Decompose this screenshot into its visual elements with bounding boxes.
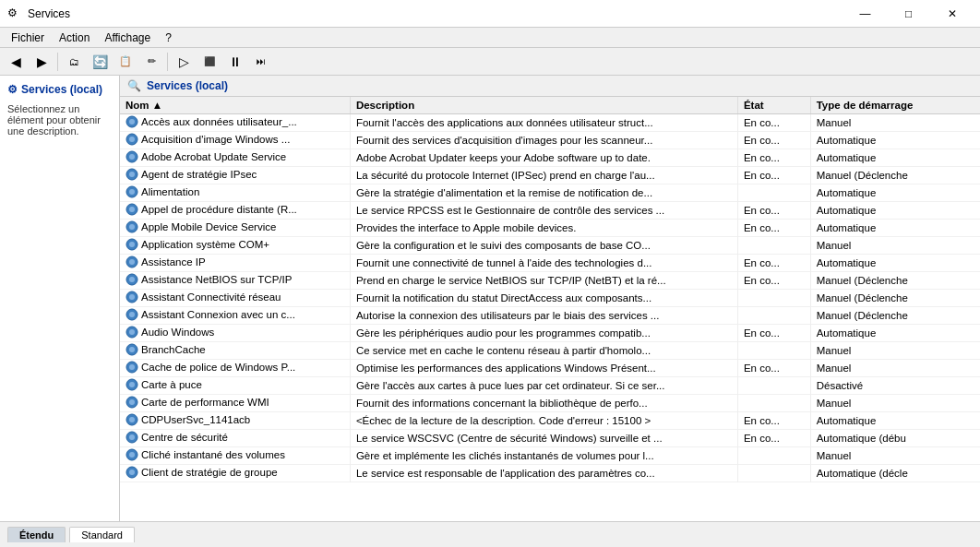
column-startup[interactable]: Type de démarrage <box>810 97 980 114</box>
svg-point-23 <box>129 312 135 317</box>
service-state: En co... <box>737 202 810 220</box>
table-row[interactable]: Client de stratégie de groupeLe service … <box>120 465 980 482</box>
service-state <box>737 465 810 482</box>
show-console-tree-button[interactable]: 🗂 <box>62 51 86 73</box>
service-name: Cache de police de Windows P... <box>120 360 350 377</box>
close-button[interactable]: ✕ <box>931 3 973 25</box>
table-row[interactable]: Assistant Connexion avec un c...Autorise… <box>120 307 980 325</box>
table-row[interactable]: Cliché instantané des volumesGère et imp… <box>120 447 980 465</box>
table-row[interactable]: Acquisition d'image Windows ...Fournit d… <box>120 132 980 149</box>
svg-point-29 <box>129 364 135 370</box>
svg-point-35 <box>129 417 135 422</box>
svg-point-11 <box>129 207 135 212</box>
properties-button[interactable]: 📋 <box>114 51 137 73</box>
title-bar-left: ⚙ Services <box>7 6 70 21</box>
service-description: Le service RPCSS est le Gestionnaire de … <box>350 202 737 220</box>
service-startup: Automatique <box>810 132 980 149</box>
tab-etendu[interactable]: Étendu <box>7 527 66 542</box>
menu-help[interactable]: ? <box>158 30 179 46</box>
service-name: Carte de performance WMI <box>120 395 350 412</box>
help-button[interactable]: ✏ <box>139 51 163 73</box>
svg-point-21 <box>129 294 135 300</box>
table-row[interactable]: Agent de stratégie IPsecLa sécurité du p… <box>120 167 980 184</box>
table-row[interactable]: Apple Mobile Device ServiceProvides the … <box>120 220 980 237</box>
restart-button[interactable]: ⏭ <box>249 51 273 73</box>
service-state: En co... <box>737 167 810 184</box>
service-icon <box>125 361 138 374</box>
service-state: En co... <box>737 132 810 149</box>
menu-action[interactable]: Action <box>52 30 97 46</box>
service-icon <box>125 168 138 181</box>
table-row[interactable]: Assistance IPFournit une connectivité de… <box>120 255 980 272</box>
service-icon <box>125 185 138 198</box>
table-row[interactable]: AlimentationGère la stratégie d'alimenta… <box>120 184 980 202</box>
service-name: Assistant Connectivité réseau <box>120 290 350 307</box>
service-state <box>737 447 810 465</box>
service-startup: Manuel (Déclenche <box>810 307 980 325</box>
table-row[interactable]: Assistance NetBIOS sur TCP/IPPrend en ch… <box>120 272 980 290</box>
services-tbody: Accès aux données utilisateur_...Fournit… <box>120 114 980 482</box>
pause-button[interactable]: ⏸ <box>223 51 247 73</box>
service-state <box>737 290 810 307</box>
table-row[interactable]: Centre de sécuritéLe service WSCSVC (Cen… <box>120 430 980 447</box>
service-state: En co... <box>737 325 810 342</box>
services-local-icon: ⚙ <box>7 83 18 96</box>
service-description: Optimise les performances des applicatio… <box>350 360 737 377</box>
svg-point-39 <box>129 452 135 458</box>
services-table[interactable]: Nom ▲ Description État Type de démarrage <box>120 97 980 521</box>
table-row[interactable]: CDPUserSvc_1141acb<Échec de la lecture d… <box>120 412 980 430</box>
maximize-button[interactable]: □ <box>888 3 929 25</box>
table-row[interactable]: Application système COM+Gère la configur… <box>120 237 980 255</box>
service-description: Le service WSCSVC (Centre de sécurité Wi… <box>350 430 737 447</box>
table-row[interactable]: Audio WindowsGère les périphériques audi… <box>120 325 980 342</box>
stop-button[interactable]: ⬛ <box>197 51 221 73</box>
service-description: Gère l'accès aux cartes à puce lues par … <box>350 377 737 395</box>
service-name: BranchCache <box>120 342 350 360</box>
menu-affichage[interactable]: Affichage <box>97 30 158 46</box>
right-panel-icon: 🔍 <box>127 79 141 92</box>
table-row[interactable]: Carte à puceGère l'accès aux cartes à pu… <box>120 377 980 395</box>
service-name: Audio Windows <box>120 325 350 342</box>
start-button[interactable]: ▷ <box>172 51 196 73</box>
service-startup: Manuel <box>810 114 980 132</box>
service-name: Appel de procédure distante (R... <box>120 202 350 220</box>
svg-point-15 <box>129 242 135 247</box>
tab-standard[interactable]: Standard <box>69 527 135 542</box>
table-row[interactable]: Assistant Connectivité réseauFournit la … <box>120 290 980 307</box>
menu-fichier[interactable]: Fichier <box>4 30 52 46</box>
service-startup: Manuel (Déclenche <box>810 272 980 290</box>
svg-point-7 <box>129 172 135 177</box>
service-startup: Automatique <box>810 325 980 342</box>
service-description: Ce service met en cache le contenu résea… <box>350 342 737 360</box>
toolbar-separator-2 <box>167 53 168 71</box>
table-row[interactable]: Cache de police de Windows P...Optimise … <box>120 360 980 377</box>
service-name: Adobe Acrobat Update Service <box>120 149 350 167</box>
service-icon <box>125 203 138 216</box>
table-row[interactable]: Accès aux données utilisateur_...Fournit… <box>120 114 980 132</box>
service-description: Gère la stratégie d'alimentation et la r… <box>350 184 737 202</box>
column-state[interactable]: État <box>737 97 810 114</box>
service-icon <box>125 256 138 268</box>
minimize-button[interactable]: — <box>844 3 886 25</box>
column-description[interactable]: Description <box>350 97 737 114</box>
svg-point-17 <box>129 259 135 265</box>
service-name: Carte à puce <box>120 377 350 395</box>
table-row[interactable]: Carte de performance WMIFournit des info… <box>120 395 980 412</box>
service-description: Prend en charge le service NetBIOS sur T… <box>350 272 737 290</box>
column-name[interactable]: Nom ▲ <box>120 97 350 114</box>
service-startup: Désactivé <box>810 377 980 395</box>
service-description: Fournit une connectivité de tunnel à l'a… <box>350 255 737 272</box>
toolbar-separator-1 <box>57 53 58 71</box>
forward-button[interactable]: ▶ <box>30 51 54 73</box>
service-description: Le service est responsable de l'applicat… <box>350 465 737 482</box>
table-row[interactable]: Appel de procédure distante (R...Le serv… <box>120 202 980 220</box>
service-state: En co... <box>737 430 810 447</box>
refresh-button[interactable]: 🔄 <box>88 51 112 73</box>
table-row[interactable]: Adobe Acrobat Update ServiceAdobe Acroba… <box>120 149 980 167</box>
service-state: En co... <box>737 220 810 237</box>
table-row[interactable]: BranchCacheCe service met en cache le co… <box>120 342 980 360</box>
service-description: Gère les périphériques audio pour les pr… <box>350 325 737 342</box>
service-startup: Automatique <box>810 202 980 220</box>
back-button[interactable]: ◀ <box>4 51 28 73</box>
service-description: Fournit l'accès des applications aux don… <box>350 114 737 132</box>
